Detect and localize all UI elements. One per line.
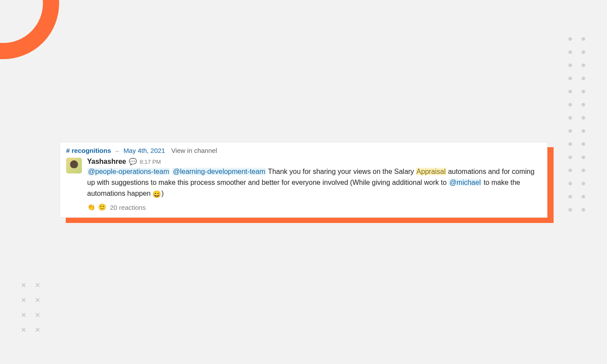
- mention-michael[interactable]: @michael: [448, 179, 481, 186]
- message-text: @people-operations-team @learning-develo…: [87, 166, 541, 200]
- clap-emoji-icon[interactable]: 👏: [87, 203, 95, 211]
- smile-emoji-icon[interactable]: 🙂: [98, 203, 106, 211]
- decorative-dot-grid: [568, 37, 585, 212]
- mention-learning-dev[interactable]: @learning-development-team: [172, 168, 266, 175]
- avatar[interactable]: [66, 158, 82, 173]
- reaction-count[interactable]: 20 reactions: [110, 204, 146, 211]
- message-date[interactable]: May 4th, 2021: [124, 147, 165, 154]
- speech-bubble-icon: 💬: [129, 158, 137, 166]
- reactions-bar[interactable]: 👏 🙂 20 reactions: [87, 203, 541, 211]
- text-part-d: ): [161, 190, 163, 197]
- view-in-channel-link[interactable]: View in channel: [171, 147, 217, 154]
- decorative-x-grid: ✕✕ ✕✕ ✕✕ ✕✕: [21, 282, 40, 333]
- text-part-a: Thank you for sharing your views on the …: [268, 168, 416, 175]
- author-name[interactable]: Yashashree: [87, 158, 126, 166]
- channel-link[interactable]: # recognitions: [66, 147, 111, 154]
- timestamp[interactable]: 8:17 PM: [140, 159, 161, 165]
- separator-dash: –: [116, 147, 119, 154]
- mention-people-ops[interactable]: @people-operations-team: [87, 168, 170, 175]
- grin-emoji-icon: 😄: [152, 191, 161, 198]
- message-card: # recognitions – May 4th, 2021 View in c…: [60, 142, 547, 218]
- decorative-arc: [0, 0, 59, 59]
- highlight-appraisal: Appraisal: [416, 168, 446, 175]
- message-header: # recognitions – May 4th, 2021 View in c…: [66, 147, 541, 154]
